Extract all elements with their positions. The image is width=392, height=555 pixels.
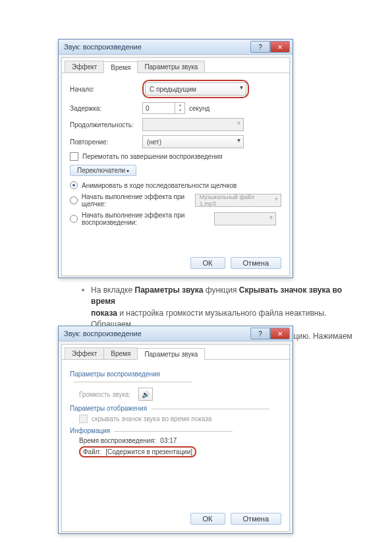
help-button-2[interactable]: ?	[250, 328, 270, 339]
tab-sound-params[interactable]: Параметры звука	[137, 61, 205, 73]
bullet-dot	[82, 289, 84, 291]
tab-time[interactable]: Время	[103, 61, 138, 73]
length-label: Время воспроизведения:	[79, 437, 156, 444]
cancel-button[interactable]: Отмена	[231, 257, 281, 269]
radio-start-on-click[interactable]	[70, 196, 78, 204]
help-icon: ?	[258, 330, 262, 337]
close-button-2[interactable]: ✕	[270, 328, 290, 339]
duration-dropdown	[142, 118, 244, 131]
radio-start-on-play[interactable]	[70, 215, 78, 223]
volume-button: 🔊	[138, 388, 153, 401]
file-label: Файл:	[83, 448, 101, 455]
cancel-button-2[interactable]: Отмена	[231, 513, 281, 525]
file-value: [Содержится в презентации]	[105, 448, 192, 455]
hide-icon-checkbox	[79, 415, 88, 423]
length-value: 03:17	[160, 437, 177, 444]
triggers-button[interactable]: Переключатели	[70, 165, 136, 176]
duration-label: Продолжительность:	[70, 121, 142, 129]
dialog-sound-playback-2: Звук: воспроизведение ? ✕ Эффект Время П…	[58, 326, 293, 534]
repeat-label: Повторение:	[70, 138, 142, 146]
dialog-title: Звук: воспроизведение	[64, 43, 250, 51]
close-button[interactable]: ✕	[270, 41, 290, 53]
delay-unit: секунд	[189, 105, 210, 112]
hide-icon-label: скрывать значок звука во время показа	[92, 415, 211, 423]
radio-animate-label: Анимировать в ходе последовательности ще…	[82, 182, 237, 189]
repeat-dropdown[interactable]: (нет)	[142, 135, 244, 148]
dialog-title-2: Звук: воспроизведение	[64, 330, 250, 337]
rewind-label: Перемотать по завершении воспроизведения	[82, 153, 223, 160]
radio-click-label: Начать выполнение эффекта при щелчке:	[82, 193, 191, 208]
start-dropdown[interactable]: С предыдущим	[145, 82, 246, 96]
repeat-value: (нет)	[147, 138, 161, 146]
close-icon: ✕	[277, 44, 283, 51]
radio-animate-sequence[interactable]	[70, 181, 78, 189]
help-icon: ?	[258, 44, 262, 51]
tab-sound-params-2[interactable]: Параметры звука	[137, 348, 205, 360]
start-value: С предыдущим	[150, 86, 196, 93]
highlight-file: Файл: [Содержится в презентации]	[79, 446, 196, 457]
tabstrip: Эффект Время Параметры звука	[62, 58, 289, 73]
display-section-label: Параметры отображения	[70, 405, 281, 412]
titlebar-2: Звук: воспроизведение ? ✕	[59, 326, 293, 341]
click-target-dropdown: Музыкальный файл 1.mp3	[195, 194, 281, 207]
speaker-icon: 🔊	[142, 391, 150, 398]
rewind-checkbox[interactable]	[70, 152, 78, 161]
ok-button[interactable]: ОК	[190, 257, 225, 269]
help-button[interactable]: ?	[250, 41, 270, 53]
start-label: Начало:	[70, 86, 142, 93]
playback-section-label: Параметры воспроизведения	[70, 370, 281, 385]
volume-label: Громкость звука:	[79, 391, 138, 398]
tab-effect[interactable]: Эффект	[65, 61, 104, 73]
click-target-value: Музыкальный файл 1.mp3	[200, 194, 270, 207]
close-icon: ✕	[277, 330, 283, 337]
highlight-start: С предыдущим	[142, 80, 249, 98]
tab-time-2[interactable]: Время	[103, 347, 138, 359]
ok-button-2[interactable]: ОК	[190, 513, 225, 525]
titlebar-1: Звук: воспроизведение ? ✕	[59, 40, 293, 55]
delay-label: Задержка:	[70, 105, 142, 112]
delay-spinner[interactable]: 0 ▴▾	[142, 102, 185, 114]
delay-value: 0	[146, 105, 150, 112]
tabstrip-2: Эффект Время Параметры звука	[62, 345, 289, 360]
info-section-label: Информация	[70, 427, 281, 434]
tab-effect-2[interactable]: Эффект	[65, 347, 104, 359]
dialog-sound-playback-1: Звук: воспроизведение ? ✕ Эффект Время П…	[58, 39, 293, 278]
radio-play-label: Начать выполнение эффекта при воспроизве…	[82, 212, 210, 226]
play-target-dropdown	[214, 212, 276, 225]
